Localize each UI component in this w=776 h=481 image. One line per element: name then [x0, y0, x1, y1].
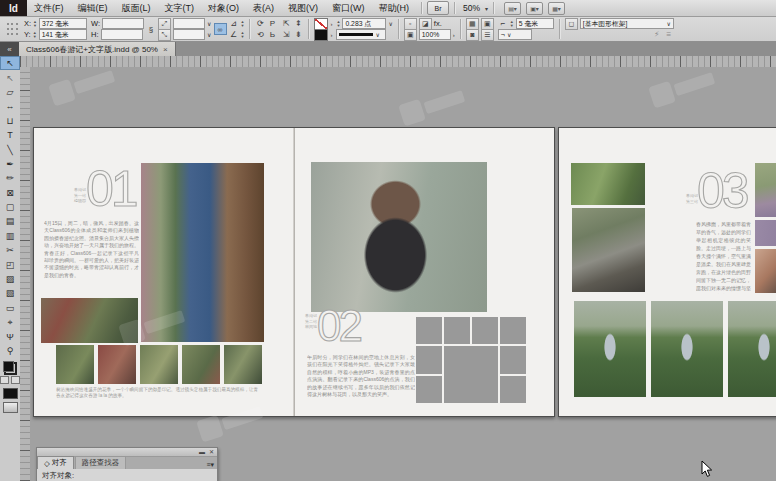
content-collector-tool[interactable]: ⊔: [0, 114, 20, 128]
height-field[interactable]: [101, 29, 143, 40]
type-tool[interactable]: T: [0, 128, 20, 142]
tab-align[interactable]: ◇ 对齐: [37, 456, 74, 469]
panel-menu-icon[interactable]: ≡: [664, 30, 674, 39]
fill-stroke-swatches[interactable]: [3, 361, 17, 375]
transparency-icon[interactable]: ◪: [419, 18, 432, 30]
menu-type[interactable]: 文字(T): [158, 0, 202, 16]
grid-photo[interactable]: [416, 376, 442, 403]
chevron-icon[interactable]: ›: [330, 21, 332, 27]
photo-grass-field-3[interactable]: [728, 301, 776, 397]
page2-number[interactable]: 02: [317, 304, 360, 348]
reference-point-proxy[interactable]: [6, 23, 19, 36]
y-position-field[interactable]: 141 毫米: [39, 29, 87, 40]
corner-shape-dropdown[interactable]: ¬ ∨: [498, 29, 532, 40]
vertical-grid-tool[interactable]: ▥: [0, 229, 20, 243]
gradient-tool[interactable]: ▨: [0, 272, 20, 286]
rotate-ccw-icon[interactable]: ⟲: [255, 30, 265, 39]
spread-1[interactable]: 01 春游记 第一站 植物园 4月15日，周二，晴，微风，出发踏春。这天Clas…: [33, 127, 555, 417]
photo-flower-field-1[interactable]: [755, 163, 776, 217]
pencil-tool[interactable]: ✏: [0, 171, 20, 185]
chevron-down-icon[interactable]: ∨: [207, 31, 211, 38]
wrap-jump-icon[interactable]: ☰: [481, 29, 494, 41]
corner-stepper[interactable]: ▲▼: [510, 20, 514, 27]
spread-2[interactable]: 03 春游记 第三站 春风拂面，风里都带着青草的香气，远处的同学们举起相机定格彼…: [558, 127, 776, 417]
corner-radius-field[interactable]: 5 毫米: [516, 18, 554, 29]
photo-selfie-1[interactable]: [755, 249, 776, 293]
zoom-level-dropdown[interactable]: 50%: [463, 3, 480, 13]
direct-selection-tool[interactable]: ↖: [0, 70, 20, 84]
pen-tool[interactable]: ✒: [0, 157, 20, 171]
apply-color-button[interactable]: [3, 388, 18, 399]
menu-window[interactable]: 窗口(W): [325, 0, 372, 16]
grid-photo[interactable]: [416, 346, 442, 373]
grid-photo[interactable]: [500, 376, 526, 403]
eyedropper-tool[interactable]: ⌖: [0, 315, 20, 329]
selection-tool[interactable]: ↖: [0, 56, 20, 70]
menu-edit[interactable]: 编辑(E): [71, 0, 115, 16]
free-transform-tool[interactable]: ◰: [0, 257, 20, 271]
frame-tool[interactable]: ⊠: [0, 186, 20, 200]
x-position-field[interactable]: 372 毫米: [39, 18, 87, 29]
gap-tool[interactable]: ↔: [0, 99, 20, 113]
view-options-button[interactable]: ▤▾: [504, 2, 521, 15]
opacity-field[interactable]: 100%: [419, 29, 451, 40]
screen-mode-toggle[interactable]: [3, 402, 18, 413]
photo-small-1[interactable]: [56, 345, 94, 384]
stroke-weight-stepper[interactable]: ▲▼: [336, 20, 340, 27]
shear-stepper[interactable]: ▲▼: [241, 31, 245, 38]
close-icon[interactable]: ✕: [209, 449, 214, 455]
menu-file[interactable]: 文件(F): [27, 0, 71, 16]
formatting-affects-container-icon[interactable]: [0, 376, 9, 384]
menu-layout[interactable]: 版面(L): [115, 0, 158, 16]
select-previous-icon[interactable]: ⇞: [293, 19, 303, 28]
gradient-feather-tool[interactable]: ▧: [0, 286, 20, 300]
link-scale-icon[interactable]: ∞: [214, 23, 227, 35]
grid-photo[interactable]: [472, 317, 498, 344]
fx-button[interactable]: fx.: [434, 19, 442, 28]
arrange-documents-button[interactable]: ▦▾: [548, 2, 565, 15]
fill-color-swatch[interactable]: [314, 29, 328, 41]
rectangle-tool[interactable]: ▢: [0, 200, 20, 214]
photo-rocks-shoot[interactable]: [572, 208, 645, 292]
bridge-button[interactable]: Br: [427, 1, 449, 15]
page3-number[interactable]: 03: [697, 166, 747, 216]
grid-photo[interactable]: [500, 346, 526, 373]
select-content-icon[interactable]: ⇲: [281, 30, 291, 39]
photo-grass-field-1[interactable]: [574, 301, 646, 397]
document-tab[interactable]: Class606春游记+文字版.indd @ 50% ×: [19, 42, 176, 56]
photo-small-5[interactable]: [224, 345, 262, 384]
grid-photo[interactable]: [416, 317, 442, 344]
page-tool[interactable]: ▱: [0, 85, 20, 99]
object-style-dropdown[interactable]: [基本图形框架] ∨: [580, 18, 674, 29]
panel-menu-icon[interactable]: ≡▾: [206, 461, 217, 469]
page2-paragraph[interactable]: 午后时分，同学们在林间的空地上休息片刻，女孩们在阳光下笑得格外灿烂。镜头记录下大…: [307, 354, 415, 404]
photo-small-3[interactable]: [140, 345, 178, 384]
menu-object[interactable]: 对象(O): [201, 0, 246, 16]
x-stepper[interactable]: ▲▼: [33, 20, 37, 27]
photo-small-4[interactable]: [182, 345, 220, 384]
close-icon[interactable]: ×: [163, 45, 168, 54]
stroke-type-dropdown[interactable]: ∨: [336, 29, 386, 40]
scale-x-field[interactable]: [173, 18, 205, 29]
chevron-icon[interactable]: ›: [453, 32, 455, 38]
page2-photo-grid[interactable]: [416, 317, 526, 403]
select-container-icon[interactable]: ⇱: [281, 19, 291, 28]
photo-small-2[interactable]: [98, 345, 136, 384]
rotate-cw-icon[interactable]: ⟳: [255, 19, 265, 28]
constrain-proportions-icon[interactable]: §: [146, 25, 156, 34]
page1-paragraph[interactable]: 4月15日，周二，晴，微风，出发踏春。这天Class606的全体成员和老师们来到…: [44, 220, 139, 296]
chevron-down-icon[interactable]: ∨: [207, 20, 211, 27]
grid-photo-large[interactable]: [444, 346, 498, 403]
photo-portrait-girl-forest[interactable]: [311, 162, 487, 312]
stroke-weight-field[interactable]: 0.283 点: [342, 18, 386, 29]
photo-bushes[interactable]: [571, 163, 645, 205]
photo-lavender-wide[interactable]: [755, 220, 776, 246]
flip-horizontal-icon[interactable]: P: [267, 19, 277, 28]
panel-collapse-button[interactable]: «: [0, 42, 19, 56]
scissors-tool[interactable]: ✂: [0, 243, 20, 257]
line-tool[interactable]: ╲: [0, 142, 20, 156]
y-stepper[interactable]: ▲▼: [33, 31, 37, 38]
page3-paragraph[interactable]: 春风拂面，风里都带着青草的香气，远处的同学们举起相机定格彼此的笑脸。走过田埂，一…: [696, 220, 751, 294]
page1-number[interactable]: 01: [86, 164, 136, 214]
flip-vertical-icon[interactable]: P: [267, 30, 277, 39]
